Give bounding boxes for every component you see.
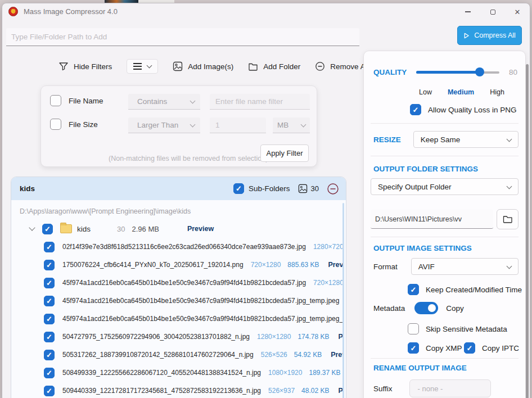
- file-row[interactable]: 02f14f39e7e3d8f618d5213116c6ee2c63cad26e…: [11, 238, 342, 256]
- tree-expander-icon[interactable]: [29, 224, 35, 230]
- copy-xmp-checkbox[interactable]: [408, 342, 419, 354]
- remove-group-button[interactable]: [327, 183, 339, 195]
- metadata-label: Metadata: [373, 304, 405, 313]
- quality-value: 80: [506, 68, 517, 76]
- slider-thumb[interactable]: [475, 67, 484, 76]
- subfolders-checkbox[interactable]: [233, 183, 244, 194]
- titlebar: C Mass Image Compressor 4.0 ✕: [2, 3, 530, 20]
- keep-time-checkbox[interactable]: [408, 284, 419, 295]
- list-menu-button[interactable]: [127, 59, 158, 73]
- close-button[interactable]: ✕: [505, 3, 530, 20]
- filter-panel: File Name Contains Enter file name filte…: [40, 85, 317, 167]
- file-size-value-input[interactable]: 1: [210, 117, 266, 133]
- file-checkbox[interactable]: [44, 332, 55, 342]
- close-icon: ✕: [515, 8, 521, 16]
- file-checkbox[interactable]: [44, 368, 55, 378]
- file-size: 885.63 KB: [287, 261, 319, 269]
- folder-open-icon: [502, 214, 513, 225]
- scrollbar-thumb[interactable]: [526, 64, 529, 398]
- funnel-icon: [58, 61, 69, 71]
- output-folder-mode-value: Specify Output Folder: [378, 183, 452, 191]
- file-row[interactable]: 1750076224_cfb6c414_PYxN0_kTo_20250617_1…: [11, 256, 342, 274]
- file-checkbox[interactable]: [44, 296, 55, 306]
- browse-folder-button[interactable]: [497, 209, 519, 229]
- add-folder-button[interactable]: Add Folder: [248, 61, 300, 71]
- suffix-value: - none -: [418, 385, 443, 393]
- output-folder-mode-select[interactable]: Specify Output Folder: [371, 178, 519, 195]
- add-images-button[interactable]: Add Image(s): [173, 61, 233, 71]
- maximize-icon: [490, 10, 495, 15]
- file-checkbox[interactable]: [44, 314, 55, 324]
- remove-all-button[interactable]: Remove All: [315, 61, 368, 71]
- file-preview-link[interactable]: Preview: [338, 387, 342, 395]
- play-icon: [463, 33, 470, 39]
- file-checkbox[interactable]: [44, 278, 55, 288]
- skip-sensitive-checkbox[interactable]: [408, 323, 419, 334]
- file-name: 45f974a1acd216eb0ca645b01b4be1e50c9e3467…: [62, 279, 306, 287]
- file-name-filter-checkbox[interactable]: [50, 95, 61, 106]
- file-row[interactable]: 505317262_1887399108720142_5286810147602…: [11, 346, 342, 364]
- allow-quality-loss-png-checkbox[interactable]: [410, 104, 421, 115]
- window-scrollbar[interactable]: [526, 52, 529, 398]
- app-window: C Mass Image Compressor 4.0 ✕ Type File/…: [2, 3, 530, 398]
- file-size-unit-select[interactable]: MB: [273, 117, 310, 133]
- divider: [371, 156, 519, 156]
- format-select[interactable]: AVIF: [411, 258, 519, 275]
- suffix-select[interactable]: - none -: [409, 379, 491, 397]
- file-dimensions: 1280×720: [313, 243, 342, 251]
- path-input-placeholder: Type File/Folder Path to Add: [11, 33, 107, 41]
- resize-header: RESIZE: [373, 135, 401, 144]
- file-row[interactable]: 45f974a1acd216eb0ca645b01b4be1e50c9e3467…: [11, 274, 342, 292]
- file-name-operator-value: Contains: [137, 97, 167, 106]
- file-name-filter-input[interactable]: Enter file name filter: [210, 94, 310, 110]
- file-row[interactable]: 504727975_1752560972294906_3004205238137…: [11, 328, 342, 346]
- file-checkbox[interactable]: [44, 260, 55, 270]
- file-checkbox[interactable]: [44, 242, 55, 252]
- file-name: 504727975_1752560972294906_3004205238137…: [62, 333, 250, 341]
- toggle-knob: [428, 304, 436, 312]
- file-name-filter-label: File Name: [69, 97, 103, 105]
- maximize-button[interactable]: [480, 3, 505, 20]
- file-size: 48.02 KB: [301, 387, 329, 395]
- file-row[interactable]: 509440339_122172817172345681_47528725831…: [11, 382, 342, 398]
- file-size-filter-checkbox[interactable]: [50, 119, 61, 130]
- chevron-down-icon: [507, 136, 512, 142]
- file-checkbox[interactable]: [44, 386, 55, 396]
- subfolders-label: Sub-Folders: [249, 184, 290, 193]
- compress-all-button[interactable]: Compress All: [457, 26, 522, 45]
- file-dimensions: 1080×1920: [268, 369, 302, 377]
- file-preview-link[interactable]: Preview: [331, 351, 342, 359]
- preset-medium[interactable]: Medium: [448, 88, 474, 96]
- file-name-filter-placeholder: Enter file name filter: [215, 97, 283, 106]
- file-name: 45f974a1acd216eb0ca645b01b4be1e50c9e3467…: [62, 315, 342, 323]
- metadata-toggle[interactable]: [414, 302, 438, 314]
- file-list-scrollbar[interactable]: [342, 203, 344, 398]
- chevron-down-icon: [507, 183, 512, 189]
- file-row[interactable]: 45f974a1acd216eb0ca645b01b4be1e50c9e3467…: [11, 292, 342, 310]
- minimize-button[interactable]: [456, 3, 480, 20]
- image-count: 30: [311, 184, 319, 193]
- folder-name: kids: [77, 225, 91, 233]
- preset-high[interactable]: High: [490, 88, 504, 96]
- file-preview-link[interactable]: Preview: [338, 333, 342, 341]
- file-checkbox[interactable]: [44, 350, 55, 360]
- chevron-down-icon: [507, 263, 512, 269]
- slider-fill: [416, 71, 479, 74]
- folder-checkbox[interactable]: [42, 224, 53, 234]
- copy-iptc-checkbox[interactable]: [464, 342, 475, 354]
- settings-sidebar: QUALITY 80 Low Medium High Allow Quality…: [363, 51, 526, 398]
- file-preview-link[interactable]: Preview: [328, 261, 342, 269]
- file-row[interactable]: 45f974a1acd216eb0ca645b01b4be1e50c9e3467…: [11, 310, 342, 328]
- file-size-operator-select[interactable]: Larger Than: [128, 117, 200, 133]
- hide-filters-button[interactable]: Hide Filters: [58, 61, 112, 71]
- apply-filter-button[interactable]: Apply Filter: [260, 144, 309, 162]
- path-input[interactable]: Type File/Folder Path to Add: [6, 28, 359, 46]
- quality-slider[interactable]: [416, 67, 499, 77]
- folder-preview-link[interactable]: Preview: [187, 225, 214, 233]
- file-row[interactable]: 508499339_122255662286067120_40552044813…: [11, 364, 342, 382]
- resize-select[interactable]: Keep Same: [413, 131, 519, 148]
- file-name-operator-select[interactable]: Contains: [128, 94, 200, 110]
- output-folder-path-input[interactable]: D:\Users\WIN11\Pictures\vv: [371, 210, 493, 229]
- preset-low[interactable]: Low: [419, 88, 432, 96]
- folder-tree-row[interactable]: kids 30 2.96 MB Preview: [11, 221, 214, 237]
